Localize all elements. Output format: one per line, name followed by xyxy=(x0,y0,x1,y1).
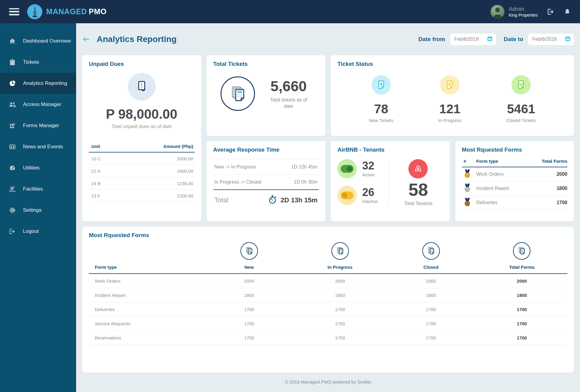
pie-chart-icon xyxy=(8,80,16,87)
unpaid-dues-card: Unpaid Dues P 98,000.00 Total unpaid due… xyxy=(82,55,201,221)
new-cell: 1700 xyxy=(204,307,295,312)
card-title: Most Rquested Forms xyxy=(89,232,567,239)
col-unit: Unit xyxy=(91,144,100,149)
avg-row-label: In Progress -> Closed xyxy=(214,179,261,185)
sidebar-item-label: Dashboard Overview xyxy=(23,38,71,44)
total-tenants-label: Total Tenants xyxy=(404,201,432,206)
sidebar-item-settings[interactable]: Settings xyxy=(0,200,76,221)
closed-tickets-value: 5461 xyxy=(506,102,536,116)
sidebar-item-label: News and Events xyxy=(23,144,63,150)
sidebar-item-dashboard-overview[interactable]: Dashboard Overview xyxy=(0,31,76,52)
airbnb-stats: 32 Active xyxy=(337,159,385,206)
home-icon xyxy=(8,37,16,45)
top-navbar: MANAGEDPMO Admin King Properties xyxy=(0,0,580,23)
avg-row-value: 1D 0h 30m xyxy=(294,179,317,185)
new-tickets-label: New Tickets xyxy=(369,118,393,123)
col-total-forms: Total Forms xyxy=(476,265,567,270)
sidebar-item-facilities[interactable]: Facilities xyxy=(0,178,76,200)
sidebar-item-utilities[interactable]: Utilities xyxy=(0,157,76,178)
sidebar-item-label: Analytics Reporting xyxy=(23,80,67,86)
avg-response-rows: New -> In Progress 1D 12h 45m In Progres… xyxy=(213,159,319,206)
main-content: Analytics Reporting Date from xyxy=(76,23,580,392)
content-header: Analytics Reporting Date from xyxy=(82,23,574,55)
sidebar-item-news-and-events[interactable]: News and Events xyxy=(0,136,76,157)
form-type-cell: Work Orders xyxy=(476,172,542,177)
col-form-type: Form type xyxy=(476,159,542,164)
table-row: Reservations 1700 1700 1700 1700 xyxy=(89,331,567,345)
calendar-icon[interactable] xyxy=(487,35,493,43)
col-total-forms: Total Forms xyxy=(541,159,567,164)
airbnb-total: 58 Total Tenants xyxy=(393,159,443,206)
sidebar-item-tickets[interactable]: Tickets xyxy=(0,52,76,73)
table-row: 21 A 1800.00 xyxy=(89,165,195,177)
total-forms-cell: 1800 xyxy=(476,293,567,298)
date-from-input[interactable] xyxy=(454,37,485,42)
date-from-label: Date from xyxy=(418,36,445,43)
new-tickets-value: 78 xyxy=(369,102,393,116)
new-cell: 1700 xyxy=(204,335,295,340)
sidebar-item-access-manager[interactable]: Access Manager xyxy=(0,94,76,115)
card-title: Unpaid Dues xyxy=(89,61,195,67)
total-tickets-card: Total Tickets xyxy=(207,55,326,136)
total-tickets-stat: 5,660 Total tickets as of date xyxy=(266,78,311,110)
table-row: 24 B 1230.45 xyxy=(89,177,195,190)
user-menu[interactable]: Admin King Properties xyxy=(491,5,538,19)
airbnb-icon xyxy=(408,159,428,178)
in-progress-cell: 2000 xyxy=(295,278,385,284)
col-closed: Closed xyxy=(385,265,476,270)
total-tickets-value: 5,660 xyxy=(266,78,311,95)
form-type-cell: Incident Report xyxy=(476,186,542,191)
sidebar-item-analytics-reporting[interactable]: Analytics Reporting xyxy=(0,73,76,94)
calendar-icon[interactable] xyxy=(565,35,571,43)
closed-cell: 1700 xyxy=(385,335,476,340)
date-to-input[interactable] xyxy=(532,37,563,42)
toggle-on-icon xyxy=(337,159,357,178)
avg-row: New -> In Progress 1D 12h 45m xyxy=(213,159,319,174)
app-root: MANAGEDPMO Admin King Properties xyxy=(0,0,580,392)
form-type-cell: Work Orders xyxy=(89,278,204,284)
signout-icon[interactable] xyxy=(547,8,555,16)
brand-name: MANAGEDPMO xyxy=(46,7,107,16)
navbar-right: Admin King Properties xyxy=(491,5,571,19)
avg-row-label: New -> In Progress xyxy=(214,164,256,170)
date-from-field[interactable] xyxy=(450,34,496,45)
bronze-medal-icon xyxy=(462,198,476,207)
unit-cell: 24 B xyxy=(91,181,101,186)
brand-logo[interactable]: MANAGEDPMO xyxy=(27,4,107,19)
building-logo-icon xyxy=(27,4,42,19)
new-cell: 1800 xyxy=(204,293,295,298)
bell-icon[interactable] xyxy=(564,8,571,15)
avg-total-label: Total xyxy=(214,196,228,204)
total-cell: 2000 xyxy=(541,172,567,177)
date-filters: Date from xyxy=(418,34,574,45)
sidebar-item-forms-manager[interactable]: Forms Manager xyxy=(0,115,76,136)
col-amount: Amount (Php) xyxy=(163,144,193,149)
sidebar-item-label: Utilities xyxy=(23,165,40,171)
table-header: Form type New In Progress Closed Total F… xyxy=(89,260,567,274)
total-forms-cell: 2000 xyxy=(476,278,567,284)
table-header: # Form type Total Forms xyxy=(462,159,568,167)
closed-cell: 2000 xyxy=(385,278,476,284)
avg-response-card: Average Response Time New -> In Progress… xyxy=(207,141,326,221)
total-forms-cell: 1700 xyxy=(476,335,567,340)
ticket-status-in-progress: 121 In Progress xyxy=(438,75,462,123)
document-check-icon xyxy=(511,75,531,95)
newspaper-icon xyxy=(8,143,16,150)
documents-count-icon: # xyxy=(513,242,530,260)
logout-icon xyxy=(8,228,16,235)
form-type-cell: Reservations xyxy=(89,335,204,340)
user-info: Admin King Properties xyxy=(509,6,538,18)
new-cell: 2000 xyxy=(204,278,295,284)
back-arrow-icon[interactable] xyxy=(82,36,90,43)
date-to-field[interactable] xyxy=(528,34,574,45)
sidebar-item-logout[interactable]: Logout xyxy=(0,221,76,242)
documents-stack-icon xyxy=(221,76,255,111)
avg-row: In Progress -> Closed 1D 0h 30m xyxy=(213,174,319,189)
card-title: Average Response Time xyxy=(213,146,319,153)
table-row: Incident Report 1800 xyxy=(462,182,568,196)
new-cell: 1700 xyxy=(204,321,295,326)
hamburger-menu-icon[interactable] xyxy=(9,8,19,15)
date-to-group: Date to xyxy=(504,34,574,45)
avatar[interactable] xyxy=(491,5,504,19)
unpaid-total-value: P 98,000.00 xyxy=(89,107,195,122)
